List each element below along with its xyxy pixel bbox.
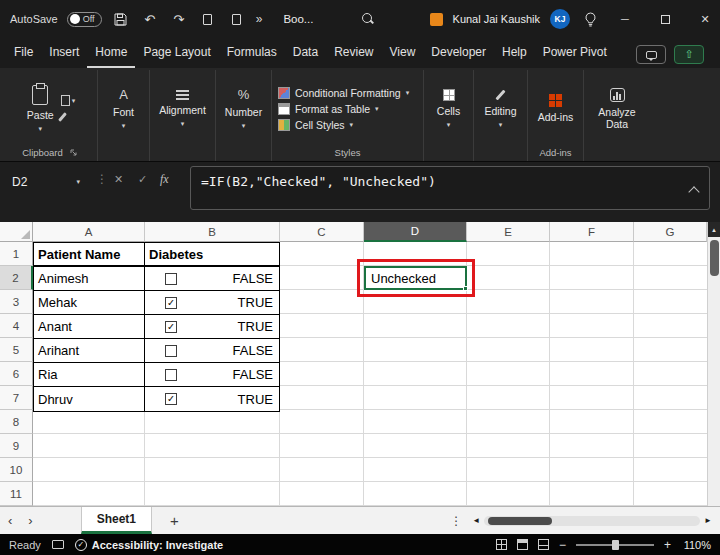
tab-help[interactable]: Help (494, 39, 535, 68)
paste-button[interactable]: Paste ▾ (24, 83, 57, 135)
more-icon[interactable]: ⋮ (440, 514, 472, 528)
table-row[interactable]: Anant ✓TRUE (34, 315, 279, 339)
format-painter-button[interactable] (61, 112, 76, 122)
table-row[interactable]: Arihant FALSE (34, 339, 279, 363)
cell-a6[interactable]: Ria (34, 363, 145, 386)
clipboard-dialog-launcher[interactable] (70, 149, 77, 156)
number-button[interactable]: % Number ▾ (222, 85, 265, 132)
conditional-formatting-button[interactable]: Conditional Formatting ▾ (278, 87, 417, 99)
editing-button[interactable]: Editing ▾ (481, 87, 519, 131)
checkbox-icon[interactable] (165, 273, 177, 285)
row-header-2[interactable]: 2 (0, 266, 33, 290)
cell-a2[interactable]: Animesh (34, 267, 145, 290)
cell-a4[interactable]: Anant (34, 315, 145, 338)
horizontal-scrollbar[interactable]: ◄ ► (472, 516, 720, 526)
row-header-1[interactable]: 1 (0, 242, 33, 266)
row-header-7[interactable]: 7 (0, 386, 33, 410)
zoom-level[interactable]: 110% (681, 539, 711, 551)
minimize-button[interactable]: ─ (610, 0, 640, 38)
cells-area[interactable]: Patient Name Diabetes Animesh FALSE Meha… (33, 242, 707, 506)
sheet-nav-right-icon[interactable]: › (20, 513, 40, 528)
cell-a7[interactable]: Dhruv (34, 387, 145, 411)
cell-a1[interactable]: Patient Name (34, 243, 145, 265)
page-layout-view-icon[interactable] (517, 539, 528, 550)
macro-record-icon[interactable] (52, 540, 64, 549)
alignment-button[interactable]: Alignment ▾ (156, 88, 209, 130)
row-header-11[interactable]: 11 (0, 482, 33, 506)
redo-icon[interactable]: ↷ (169, 7, 189, 31)
column-header-e[interactable]: E (467, 222, 550, 242)
page-break-view-icon[interactable] (538, 539, 549, 550)
quick-access-overflow-icon[interactable]: » (256, 12, 263, 26)
tab-data[interactable]: Data (285, 39, 326, 68)
zoom-in-button[interactable]: + (664, 538, 671, 552)
cell-a5[interactable]: Arihant (34, 339, 145, 362)
format-as-table-button[interactable]: Format as Table ▾ (278, 103, 417, 115)
checkbox-icon[interactable]: ✓ (165, 393, 177, 405)
save-icon[interactable] (111, 7, 131, 31)
column-header-b[interactable]: B (145, 222, 280, 242)
row-header-5[interactable]: 5 (0, 338, 33, 362)
column-header-a[interactable]: A (33, 222, 145, 242)
table-row[interactable]: Ria FALSE (34, 363, 279, 387)
formula-input[interactable]: =IF(B2,"Checked", "Unchecked") (190, 166, 710, 210)
cell-b5[interactable]: FALSE (145, 339, 279, 362)
normal-view-icon[interactable] (496, 539, 507, 550)
zoom-slider[interactable] (576, 544, 654, 546)
share-button[interactable]: ⇧ (674, 45, 704, 64)
font-button[interactable]: A Font ▾ (110, 85, 137, 132)
row-header-3[interactable]: 3 (0, 290, 33, 314)
select-all-corner[interactable] (0, 222, 33, 242)
undo-icon[interactable]: ↶ (140, 7, 160, 31)
column-header-d[interactable]: D (364, 222, 467, 242)
row-header-9[interactable]: 9 (0, 434, 33, 458)
cell-b3[interactable]: ✓TRUE (145, 291, 279, 314)
vertical-scrollbar-thumb[interactable] (710, 240, 719, 276)
table-row[interactable]: Dhruv ✓TRUE (34, 387, 279, 411)
insert-function-icon[interactable]: fx (160, 172, 169, 187)
notification-icon[interactable] (430, 13, 443, 26)
checkbox-icon[interactable]: ✓ (165, 297, 177, 309)
restore-button[interactable] (650, 0, 680, 38)
tab-formulas[interactable]: Formulas (219, 39, 285, 68)
tab-developer[interactable]: Developer (423, 39, 494, 68)
tab-insert[interactable]: Insert (41, 39, 87, 68)
autosave-toggle[interactable]: Off (67, 12, 102, 27)
user-name[interactable]: Kunal Jai Kaushik (453, 13, 540, 25)
row-header-10[interactable]: 10 (0, 458, 33, 482)
row-header-4[interactable]: 4 (0, 314, 33, 338)
analyze-data-button[interactable]: Analyze Data (590, 86, 644, 132)
scroll-up-icon[interactable]: ▲ (708, 222, 720, 237)
avatar[interactable]: KJ (550, 9, 570, 29)
tab-review[interactable]: Review (326, 39, 381, 68)
cell-a3[interactable]: Mehak (34, 291, 145, 314)
sheet-tab-sheet1[interactable]: Sheet1 (81, 507, 152, 534)
row-header-8[interactable]: 8 (0, 410, 33, 434)
table-row[interactable]: Animesh FALSE (34, 267, 279, 291)
tab-view[interactable]: View (382, 39, 424, 68)
cells-button[interactable]: Cells ▾ (434, 87, 463, 131)
cell-b4[interactable]: ✓TRUE (145, 315, 279, 338)
vertical-scrollbar[interactable]: ▲ (707, 222, 720, 506)
cell-styles-button[interactable]: Cell Styles ▾ (278, 119, 417, 131)
tab-power-pivot[interactable]: Power Pivot (535, 39, 615, 68)
cell-b1[interactable]: Diabetes (145, 243, 279, 265)
sheet-nav-left-icon[interactable]: ‹ (0, 513, 20, 528)
tab-file[interactable]: File (6, 39, 41, 68)
row-header-6[interactable]: 6 (0, 362, 33, 386)
column-header-g[interactable]: G (634, 222, 707, 242)
accessibility-status[interactable]: ✓ Accessibility: Investigate (75, 539, 223, 551)
paste-quick-icon[interactable] (227, 7, 247, 31)
scroll-left-icon[interactable]: ◄ (472, 516, 480, 525)
addins-button[interactable]: Add-ins (535, 92, 577, 125)
horizontal-scrollbar-track[interactable] (484, 516, 700, 526)
tab-home[interactable]: Home (87, 39, 135, 68)
cell-b7[interactable]: ✓TRUE (145, 387, 279, 411)
column-header-c[interactable]: C (280, 222, 364, 242)
table-row[interactable]: Mehak ✓TRUE (34, 291, 279, 315)
checkbox-icon[interactable] (165, 345, 177, 357)
checkbox-icon[interactable] (165, 369, 177, 381)
checkbox-icon[interactable]: ✓ (165, 321, 177, 333)
copy-icon[interactable] (198, 7, 218, 31)
search-icon[interactable] (362, 13, 374, 25)
